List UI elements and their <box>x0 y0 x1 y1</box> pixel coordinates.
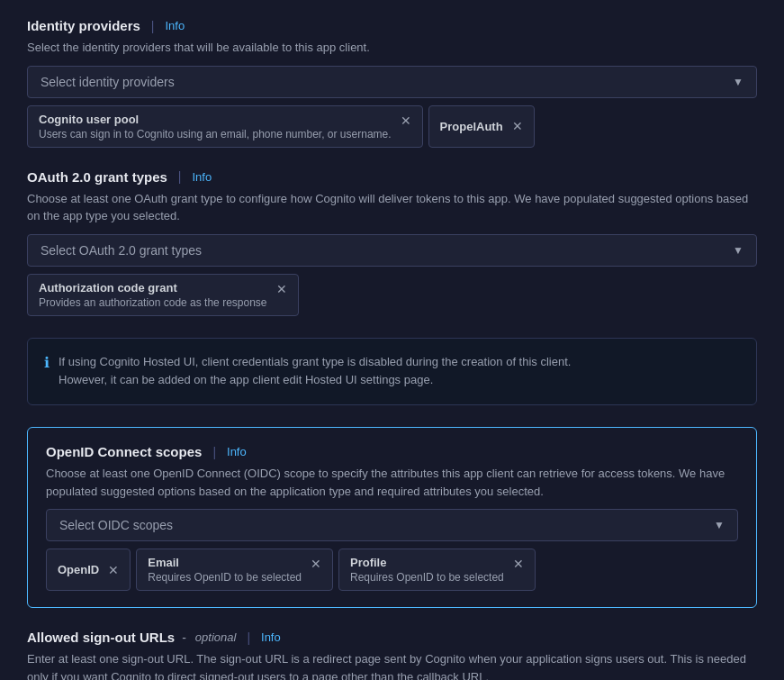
optional-label: optional <box>195 630 237 644</box>
oauth-grant-types-select[interactable]: Select OAuth 2.0 grant types ▼ <box>27 234 757 267</box>
identity-providers-info-link[interactable]: Info <box>166 19 185 32</box>
oauth-grant-types-arrow-icon: ▼ <box>733 244 743 257</box>
oauth-grant-types-title: OAuth 2.0 grant types <box>27 169 167 185</box>
tag-profile-close-icon[interactable]: ✕ <box>511 557 526 572</box>
tag-cognito-title: Cognito user pool <box>39 113 392 126</box>
oidc-scopes-tags-row: OpenID ✕ Email Requires OpenID to be sel… <box>46 549 738 591</box>
tag-profile-content: Profile Requires OpenID to be selected <box>350 556 504 584</box>
tag-email-close-icon[interactable]: ✕ <box>309 557 323 572</box>
tag-auth-code-subtitle: Provides an authorization code as the re… <box>39 296 267 309</box>
tag-cognito-content: Cognito user pool Users can sign in to C… <box>39 113 392 141</box>
tag-cognito-user-pool: Cognito user pool Users can sign in to C… <box>27 105 423 148</box>
allowed-signout-urls-section: Allowed sign-out URLs - optional | Info … <box>27 630 757 680</box>
oidc-scopes-select[interactable]: Select OIDC scopes ▼ <box>46 509 738 541</box>
tag-auth-code-title: Authorization code grant <box>39 281 267 295</box>
info-banner: ℹ If using Cognito Hosted UI, client cre… <box>27 338 757 406</box>
tag-auth-code-close-icon[interactable]: ✕ <box>275 282 289 297</box>
tag-email-title: Email <box>148 556 302 569</box>
divider-pipe-2: | <box>178 169 182 184</box>
tag-openid-title: OpenID <box>58 563 99 576</box>
tag-propelauth-close-icon[interactable]: ✕ <box>510 119 525 134</box>
identity-providers-select[interactable]: Select identity providers ▼ <box>27 66 757 98</box>
identity-providers-arrow-icon: ▼ <box>733 76 743 88</box>
oidc-scopes-arrow-icon: ▼ <box>714 519 725 531</box>
info-banner-line2: However, it can be added on the app clie… <box>59 373 433 386</box>
tag-email-subtitle: Requires OpenID to be selected <box>148 571 302 584</box>
tag-propelauth: PropelAuth ✕ <box>428 105 535 148</box>
oauth-grant-types-placeholder: Select OAuth 2.0 grant types <box>41 243 202 258</box>
content-area: Identity providers | Info Select the ide… <box>0 0 784 680</box>
oidc-scopes-desc: Choose at least one OpenID Connect (OIDC… <box>46 465 738 500</box>
oauth-grant-types-tags-row: Authorization code grant Provides an aut… <box>27 274 757 316</box>
tag-auth-code-grant: Authorization code grant Provides an aut… <box>27 274 299 316</box>
identity-providers-placeholder: Select identity providers <box>41 75 175 89</box>
allowed-signout-urls-desc: Enter at least one sign-out URL. The sig… <box>27 650 757 680</box>
identity-providers-title-row: Identity providers | Info <box>27 18 757 33</box>
oidc-scopes-placeholder: Select OIDC scopes <box>59 518 173 532</box>
identity-providers-desc: Select the identity providers that will … <box>27 39 757 57</box>
divider-pipe-3: | <box>212 445 216 459</box>
tag-cognito-close-icon[interactable]: ✕ <box>399 113 413 129</box>
oauth-grant-types-desc: Choose at least one OAuth grant type to … <box>27 190 757 225</box>
optional-dash: - <box>182 630 186 645</box>
oauth-grant-types-title-row: OAuth 2.0 grant types | Info <box>27 169 757 185</box>
tag-openid: OpenID ✕ <box>46 549 131 591</box>
oauth-grant-types-section: OAuth 2.0 grant types | Info Choose at l… <box>27 169 757 316</box>
tag-profile-title: Profile <box>350 556 504 569</box>
oidc-scopes-title-row: OpenID Connect scopes | Info <box>46 444 738 459</box>
identity-providers-title: Identity providers <box>27 18 140 33</box>
allowed-signout-urls-title-row: Allowed sign-out URLs - optional | Info <box>27 630 757 645</box>
divider-pipe-1: | <box>151 19 155 33</box>
allowed-signout-urls-info-link[interactable]: Info <box>261 630 281 644</box>
page-container: Identity providers | Info Select the ide… <box>0 0 784 680</box>
info-banner-icon: ℹ <box>44 354 50 371</box>
oidc-scopes-title: OpenID Connect scopes <box>46 444 202 459</box>
info-banner-line1: If using Cognito Hosted UI, client crede… <box>59 355 571 368</box>
tag-propelauth-title: PropelAuth <box>440 120 503 133</box>
info-banner-text: If using Cognito Hosted UI, client crede… <box>59 353 571 391</box>
tag-auth-code-content: Authorization code grant Provides an aut… <box>39 281 267 309</box>
tag-profile-subtitle: Requires OpenID to be selected <box>350 571 504 584</box>
tag-email: Email Requires OpenID to be selected ✕ <box>136 549 333 591</box>
allowed-signout-urls-title: Allowed sign-out URLs <box>27 630 175 645</box>
oidc-scopes-info-link[interactable]: Info <box>227 445 247 458</box>
oauth-grant-types-info-link[interactable]: Info <box>193 170 212 184</box>
identity-providers-tags-row: Cognito user pool Users can sign in to C… <box>27 105 757 148</box>
tag-openid-close-icon[interactable]: ✕ <box>106 563 121 578</box>
identity-providers-section: Identity providers | Info Select the ide… <box>27 18 757 148</box>
divider-pipe-4: | <box>247 630 250 645</box>
oidc-scopes-section: OpenID Connect scopes | Info Choose at l… <box>27 427 757 608</box>
tag-profile: Profile Requires OpenID to be selected ✕ <box>338 549 536 591</box>
tag-email-content: Email Requires OpenID to be selected <box>148 556 302 584</box>
tag-cognito-subtitle: Users can sign in to Cognito using an em… <box>39 128 392 141</box>
